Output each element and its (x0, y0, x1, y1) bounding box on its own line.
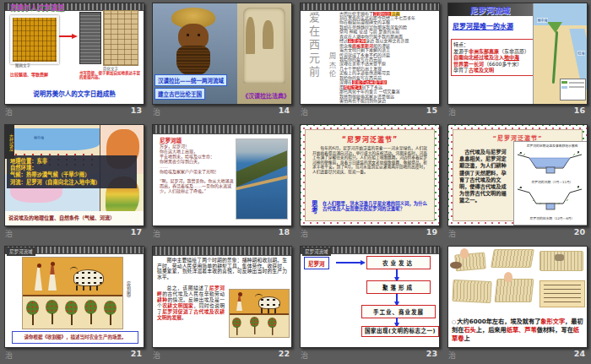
analysis-paragraph-2: 总之，该图描述了尼罗河畔的古代埃及人民在辛勤劳动耕种的情况。反映出埃及是一个农耕… (157, 285, 225, 320)
highlighted-text: 地中海 (504, 54, 519, 60)
slide-cell-24: ○大约6000年左右，埃及就有了象形文字，最初刻在石头上，后来用纸草、芦苇做材料… (443, 243, 591, 364)
slide-heading: 尼罗河是唯一的水源 (453, 21, 513, 30)
flowchart-source-box: 尼罗河 (304, 257, 329, 269)
slide-number: 21 (131, 349, 142, 358)
slide-thumbnail-18[interactable]: 尼罗河颂 万岁，尼罗河！ 你在这大地上出现， 平安地到来，给埃及以生命： 你将黑… (152, 124, 292, 226)
flowchart-box-industry: 手工业、商业发展 (361, 305, 436, 318)
footer-mark: 治 (448, 350, 456, 361)
hammurabi-label-2: 建立古巴比伦王国 (155, 88, 205, 100)
slide-number: 19 (426, 227, 437, 236)
text-segment: 。 (182, 315, 187, 320)
nile-flood-diagram-panel: 尼罗河的定期泛滥及灌溉耕地示意图 尼罗河的汛期（7月—11月） (513, 141, 588, 225)
slide-thumbnail-19[interactable]: “尼罗河泛滥节” 每年的6月，尼罗河开始泛滥的景象——河水呈绿色，人们就开始抬着… (300, 124, 440, 226)
hymn-text: 万岁，尼罗河！ 你在这大地上出现， 平安地到来，给埃及以生命： 你将黑夜引导到白… (160, 144, 234, 193)
highlighted-text: 石头 (464, 326, 475, 334)
legend-row (561, 81, 584, 84)
footer-mark: 治 (301, 350, 308, 361)
footer-mark: 治 (153, 106, 160, 117)
code-of-hammurabi-caption: 《汉谟拉比法典》 (242, 91, 290, 100)
text-segment: （6600多千米） (484, 61, 522, 67)
slide-thumbnail-20[interactable]: “尼罗河泛滥节” 古代埃及与尼罗河息息相关，尼罗河定期泛滥，为人们耕种提供了天然… (447, 124, 588, 226)
footer-mark: 治 (5, 350, 13, 361)
slide-number: 23 (426, 349, 437, 358)
slide-thumbnail-21[interactable]: 尼罗河流域 《收割图》 请你根据《收割图》，描述当时农业生产的场 (4, 246, 144, 348)
think-label: 思考 (312, 201, 319, 215)
slide-cell-21: 尼罗河流域 《收割图》 请你根据《收割图》，描述当时农业生产的场 (0, 243, 148, 364)
legend-swatch-blue (561, 86, 567, 89)
painted-figure (236, 292, 242, 311)
parchment-panel: “尼罗河泛滥节” 古代埃及与尼罗河息息相关，尼罗河定期泛滥，为人们耕种提供了天然… (453, 129, 583, 221)
highlighted-text: 象形文字 (540, 318, 565, 325)
text-segment: 古巴比伦王颁布了 (339, 12, 373, 16)
highlighted-text: 世界第一长河 (453, 61, 484, 67)
fruit-tree (250, 317, 260, 335)
map-legend (560, 79, 586, 101)
nile-river-photo (236, 139, 288, 220)
slide-thumbnail-16[interactable]: 尼罗河流域 尼罗河是唯一的水源 特点： 发源于非洲东部高原（东非高原） 自南向北… (447, 3, 588, 105)
roof-tile-border (153, 125, 291, 134)
map-label-red-sea: 红海 (577, 51, 585, 56)
fruit-tree (84, 300, 98, 325)
slide-thumbnail-22[interactable]: 图中主要描绘了两个时期的景象：播种期和收割期。生产时，劳动人民使用简单的耕犁工具… (152, 246, 292, 348)
right-note-text: 书写简便，便于更加自如地表达丰富的思想内容。 (79, 71, 140, 79)
slide13-title: 苏美尔人文字演进 (10, 3, 64, 12)
feature-line: 自南向北经过埃及注入地中海 (453, 54, 531, 61)
think-question: 在人们眼里，洪水泛滥几乎是灾难的同义词，为什么古代埃及人反而要庆祝尼罗河的泛滥呢… (323, 201, 428, 212)
text-segment: 上 (464, 334, 469, 342)
text-segment: 般的漫延 (373, 44, 390, 48)
legend-row (561, 86, 584, 89)
highlighted-text: 古埃及文明 (469, 67, 494, 73)
legend-text-bar (569, 82, 585, 84)
highlighted-text: 农耕文明国家 (162, 303, 193, 308)
text-segment: （东非高原） (499, 48, 529, 54)
lyric-line: 害怕再也不能回到你身边 (339, 99, 437, 103)
flowchart-box-settlement: 聚落形成 (366, 280, 431, 294)
stele-seated-figure (263, 20, 274, 49)
text-segment: 思念像 (339, 44, 352, 48)
slide-thumbnail-14[interactable]: 汉谟拉比——统一两河流域 建立古巴比伦王国 《汉谟拉比法典》 (152, 3, 292, 105)
text-segment: 刻下了永远 (361, 85, 382, 90)
slide-thumbnail-17[interactable]: 地中海 古代埃及 地理位置：东非 自然环境： 气候：热带沙漠气候（干旱少雨） 河… (4, 124, 144, 226)
fruit-tree (104, 301, 117, 326)
cuneiform-stone-image (79, 12, 101, 64)
diagram-caption-dry: 尼罗河的枯水期（12月—6月） (516, 216, 588, 220)
highlighted-text: 自南向北经过埃及注入 (453, 54, 504, 60)
slide-thumbnail-15[interactable]: 爱在西元前 周杰伦 古巴比伦王颁布了汉谟拉比法典 刻在黑色的玄武岩距今已经三千七… (300, 3, 440, 105)
slide-number: 18 (279, 227, 290, 236)
slide-number: 14 (279, 106, 290, 115)
map-label-mediterranean: 地中海 (34, 135, 44, 140)
slide-thumbnail-23[interactable]: 尼罗河流域 尼罗河 农业发达 聚落形成 手工业、商业发展 国家出现(文明的标志之… (300, 246, 440, 348)
down-arrow-icon (396, 318, 398, 323)
left-note-text: 比较繁琐、零散费解 (10, 71, 71, 77)
slide-number: 16 (574, 106, 585, 115)
figure-sketch (460, 248, 469, 258)
fruit-tree (268, 318, 278, 336)
corner-tab: 尼罗河流域 (7, 247, 35, 256)
slide-thumbnail-24[interactable]: ○大约6000年左右，埃及就有了象形文字，最初刻在石头上，后来用纸草、芦苇做材料… (447, 246, 588, 348)
footer-mark: 治 (5, 106, 13, 117)
text-segment: 经过 (339, 39, 348, 43)
fruit-tree (232, 318, 242, 336)
slide-cell-18: 尼罗河颂 万岁，尼罗河！ 你在这大地上出现， 平安地到来，给埃及以生命： 你将黑… (148, 122, 296, 243)
highlighted-text: 汉谟拉比 (373, 12, 391, 16)
painting-upper-register (23, 258, 122, 295)
painted-ox (73, 269, 104, 286)
hammurabi-label-1: 汉谟拉比——统一两河流域 (155, 74, 227, 86)
text-segment: 做材料，写在 (537, 326, 573, 334)
footer-mark: 治 (5, 228, 13, 239)
lyrics-block: 古巴比伦王颁布了汉谟拉比法典 刻在黑色的玄武岩距今已经三千七百多年 你在橱窗前凝… (339, 12, 437, 104)
nile-delta-shape (547, 22, 562, 33)
analysis-paragraph-1: 图中主要描绘了两个时期的景象：播种期和收割期。生产时，劳动人民使用简单的耕犁工具… (157, 258, 287, 280)
slide-cell-17: 地中海 古代埃及 地理位置：东非 自然环境： 气候：热带沙漠气候（干旱少雨） 河… (0, 122, 148, 243)
summary-paragraph: 古代埃及与尼罗河息息相关，尼罗河定期泛滥，为人们耕种提供了天然肥料，孕育了古代埃… (459, 149, 510, 204)
slide-thumbnail-13[interactable]: 苏美尔人文字演进 图画文字 简化文字 比较繁琐、零散费解 书写简便，便于更加自如… (4, 3, 144, 105)
song-artist: 周杰伦 (327, 52, 337, 79)
papyrus-mat-sketch (491, 249, 534, 268)
painting-upper-register (230, 290, 289, 313)
flowchart-box-state: 国家出现(文明的标志之一) (361, 326, 439, 337)
slide-cell-19: “尼罗河泛滥节” 每年的6月，尼罗河开始泛滥的景象——河水呈绿色，人们就开始抬着… (296, 122, 443, 243)
slide-cell-15: 爱在西元前 周杰伦 古巴比伦王颁布了汉谟拉比法典 刻在黑色的玄武岩距今已经三千七… (296, 0, 443, 122)
dry-season-diagram (516, 184, 583, 213)
fruit-tree (46, 300, 59, 325)
parchment-panel: “尼罗河泛滥节” 每年的6月，尼罗河开始泛滥的景象——河水呈绿色，人们就开始抬着… (305, 129, 435, 221)
